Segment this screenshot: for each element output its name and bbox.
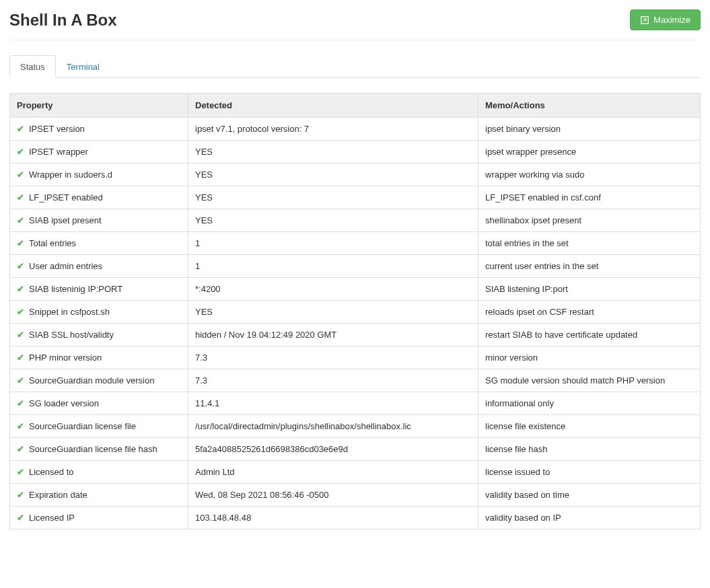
property-label: Licensed to: [29, 467, 74, 477]
table-row: ✔Expiration dateWed, 08 Sep 2021 08:56:4…: [10, 484, 701, 507]
cell-memo: ipset wrapper presence: [478, 141, 701, 163]
cell-memo: wrapper working via sudo: [478, 163, 701, 186]
check-icon: ✔: [17, 421, 26, 431]
cell-detected: ipset v7.1, protocol version: 7: [188, 118, 478, 141]
check-icon: ✔: [17, 124, 26, 134]
table-row: ✔SIAB SSL host/validtyhidden / Nov 19 04…: [10, 324, 701, 346]
col-header-property: Property: [10, 94, 188, 118]
cell-memo: license issued to: [478, 461, 701, 484]
cell-detected: /usr/local/directadmin/plugins/shellinab…: [188, 415, 478, 438]
tabs: StatusTerminal: [9, 55, 701, 78]
table-row: ✔IPSET wrapperYESipset wrapper presence: [10, 141, 701, 163]
table-row: ✔SG loader version11.4.1informational on…: [10, 392, 701, 415]
check-icon: ✔: [17, 467, 26, 477]
property-label: Wrapper in sudoers.d: [29, 170, 112, 180]
cell-memo: license file existence: [478, 415, 701, 438]
cell-detected: 7.3: [188, 369, 478, 392]
cell-memo: minor version: [478, 346, 701, 369]
check-icon: ✔: [17, 192, 26, 203]
property-label: Snippet in csfpost.sh: [29, 307, 110, 317]
cell-property: ✔IPSET wrapper: [10, 141, 188, 163]
property-label: SourceGuardian license file hash: [29, 444, 157, 454]
property-label: Expiration date: [29, 490, 87, 500]
cell-memo: SIAB listening IP:port: [478, 278, 701, 301]
col-header-detected: Detected: [188, 94, 478, 118]
cell-detected: YES: [188, 186, 478, 209]
cell-memo: informational only: [478, 392, 701, 415]
cell-detected: *:4200: [188, 278, 478, 301]
table-row: ✔Wrapper in sudoers.dYESwrapper working …: [10, 163, 701, 186]
property-label: SourceGuardian license file: [29, 421, 136, 431]
table-row: ✔Licensed toAdmin Ltdlicense issued to: [10, 461, 701, 484]
cell-detected: Wed, 08 Sep 2021 08:56:46 -0500: [188, 484, 478, 507]
cell-detected: YES: [188, 209, 478, 232]
property-label: SourceGuardian module version: [29, 375, 154, 385]
check-icon: ✔: [17, 513, 26, 523]
tab-terminal[interactable]: Terminal: [56, 55, 110, 78]
cell-detected: 5fa2a4088525261d6698386cd03e6e9d: [188, 438, 478, 461]
cell-memo: restart SIAB to have certificate updated: [478, 324, 701, 346]
property-label: IPSET wrapper: [29, 147, 88, 157]
table-row: ✔SourceGuardian license file/usr/local/d…: [10, 415, 701, 438]
table-row: ✔Licensed IP103.148.48.48validity based …: [10, 507, 701, 529]
cell-property: ✔SIAB listeninig IP:PORT: [10, 278, 188, 301]
cell-memo: LF_IPSET enabled in csf.conf: [478, 186, 701, 209]
cell-memo: SG module version should match PHP versi…: [478, 369, 701, 392]
maximize-icon: [640, 15, 649, 25]
property-label: User admin entries: [29, 261, 102, 271]
cell-detected: 103.148.48.48: [188, 507, 478, 529]
tab-status[interactable]: Status: [9, 55, 56, 78]
property-label: SIAB ipset present: [29, 215, 102, 225]
property-label: LF_IPSET enabled: [29, 192, 103, 203]
property-label: IPSET version: [29, 124, 85, 134]
cell-detected: 1: [188, 232, 478, 255]
property-label: SG loader version: [29, 398, 99, 408]
cell-property: ✔SourceGuardian license file hash: [10, 438, 188, 461]
cell-property: ✔SG loader version: [10, 392, 188, 415]
check-icon: ✔: [17, 398, 26, 408]
cell-memo: reloads ipset on CSF restart: [478, 301, 701, 324]
property-label: Licensed IP: [29, 513, 75, 523]
maximize-button[interactable]: Maximize: [630, 9, 701, 30]
cell-property: ✔IPSET version: [10, 118, 188, 141]
cell-property: ✔User admin entries: [10, 255, 188, 278]
check-icon: ✔: [17, 147, 26, 157]
cell-detected: hidden / Nov 19 04:12:49 2020 GMT: [188, 324, 478, 346]
cell-property: ✔PHP minor version: [10, 346, 188, 369]
cell-memo: ipset binary version: [478, 118, 701, 141]
check-icon: ✔: [17, 238, 26, 248]
check-icon: ✔: [17, 284, 26, 294]
cell-property: ✔SourceGuardian module version: [10, 369, 188, 392]
cell-memo: license file hash: [478, 438, 701, 461]
cell-detected: 7.3: [188, 346, 478, 369]
check-icon: ✔: [17, 307, 26, 317]
check-icon: ✔: [17, 444, 26, 454]
check-icon: ✔: [17, 261, 26, 271]
check-icon: ✔: [17, 353, 26, 363]
table-row: ✔LF_IPSET enabledYESLF_IPSET enabled in …: [10, 186, 701, 209]
table-row: ✔User admin entries1current user entries…: [10, 255, 701, 278]
cell-detected: YES: [188, 301, 478, 324]
cell-detected: YES: [188, 163, 478, 186]
table-row: ✔Total entries1total entries in the set: [10, 232, 701, 255]
check-icon: ✔: [17, 330, 26, 340]
check-icon: ✔: [17, 170, 26, 180]
table-row: ✔SIAB ipset presentYESshellinabox ipset …: [10, 209, 701, 232]
table-row: ✔SourceGuardian license file hash5fa2a40…: [10, 438, 701, 461]
col-header-memo: Memo/Actions: [478, 94, 701, 118]
check-icon: ✔: [17, 490, 26, 500]
table-row: ✔Snippet in csfpost.shYESreloads ipset o…: [10, 301, 701, 324]
table-row: ✔SourceGuardian module version7.3SG modu…: [10, 369, 701, 392]
cell-memo: current user entries in the set: [478, 255, 701, 278]
cell-memo: total entries in the set: [478, 232, 701, 255]
cell-detected: YES: [188, 141, 478, 163]
cell-property: ✔SourceGuardian license file: [10, 415, 188, 438]
cell-memo: shellinabox ipset present: [478, 209, 701, 232]
check-icon: ✔: [17, 375, 26, 385]
cell-property: ✔SIAB ipset present: [10, 209, 188, 232]
page-header: Shell In A Box Maximize: [9, 9, 701, 40]
cell-detected: 11.4.1: [188, 392, 478, 415]
cell-property: ✔Total entries: [10, 232, 188, 255]
cell-property: ✔Licensed IP: [10, 507, 188, 529]
maximize-button-label: Maximize: [653, 15, 690, 25]
